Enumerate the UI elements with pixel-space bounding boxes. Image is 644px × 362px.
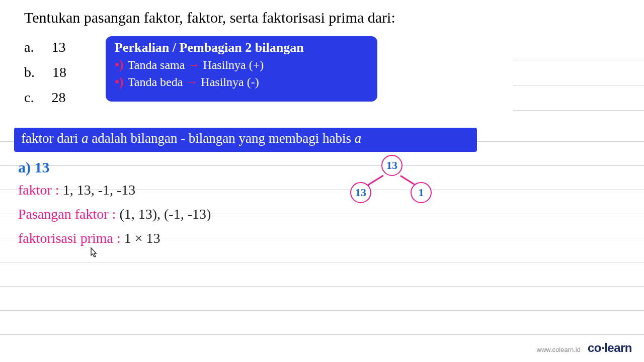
def-pre: faktor dari	[21, 131, 82, 146]
arrow-icon: →	[186, 75, 198, 89]
question-title: Tentukan pasangan faktor, faktor, serta …	[24, 9, 395, 26]
rule-box: Perkalian / Pembagian 2 bilangan •) Tand…	[106, 36, 377, 102]
tree-node-right: 1	[411, 182, 432, 203]
option-a: a. 13	[24, 39, 65, 55]
option-c-number: 28	[51, 89, 65, 106]
option-c: c. 28	[24, 89, 65, 106]
tree-node-root: 13	[381, 155, 403, 176]
cursor-icon	[88, 246, 99, 262]
rule-1-result: Hasilnya (+)	[203, 58, 264, 72]
arrow-icon: →	[188, 58, 200, 72]
tree-node-left: 13	[350, 182, 371, 203]
colearn-logo: co·learn	[588, 341, 632, 355]
footer: www.colearn.id co·learn	[537, 341, 632, 355]
option-b-number: 18	[52, 64, 66, 80]
logo-co: co	[588, 341, 601, 354]
bullet-icon: •)	[115, 74, 124, 89]
rule-2-cond: Tanda beda	[128, 75, 183, 89]
factor-tree: 13 13 1	[342, 155, 443, 215]
footer-url: www.colearn.id	[537, 346, 581, 353]
faktorisasi-label: faktorisasi prima :	[18, 230, 121, 246]
rule-box-title: Perkalian / Pembagian 2 bilangan	[115, 40, 368, 55]
bullet-icon: •)	[115, 57, 124, 72]
faktorisasi-prima-line: faktorisasi prima : 1 × 13	[18, 230, 160, 246]
def-mid: adalah bilangan - bilangan yang membagi …	[88, 131, 354, 146]
option-b: b. 18	[24, 64, 66, 80]
answer-a-heading: a) 13	[18, 159, 50, 176]
faktor-values: 1, 13, -1, -13	[59, 182, 136, 198]
faktorisasi-values: 1 × 13	[121, 230, 160, 246]
option-a-letter: a.	[24, 39, 34, 55]
rule-2-result: Hasilnya (-)	[201, 75, 259, 89]
def-var2: a	[355, 131, 362, 146]
faktor-line: faktor : 1, 13, -1, -13	[18, 182, 135, 198]
rule-line-2: •) Tanda beda → Hasilnya (-)	[115, 74, 368, 89]
pasangan-values: (1, 13), (-1, -13)	[116, 206, 211, 222]
rule-line-1: •) Tanda sama → Hasilnya (+)	[115, 57, 368, 72]
option-c-letter: c.	[24, 89, 34, 105]
definition-bar: faktor dari a adalah bilangan - bilangan…	[14, 128, 477, 152]
pasangan-faktor-line: Pasangan faktor : (1, 13), (-1, -13)	[18, 206, 211, 222]
option-b-letter: b.	[24, 64, 35, 80]
faktor-label: faktor :	[18, 182, 59, 198]
rule-1-cond: Tanda sama	[128, 58, 185, 72]
pasangan-label: Pasangan faktor :	[18, 206, 116, 222]
def-var1: a	[82, 131, 89, 146]
option-a-number: 13	[51, 39, 65, 55]
ruled-lines-right	[513, 35, 644, 111]
logo-learn: learn	[604, 341, 632, 354]
